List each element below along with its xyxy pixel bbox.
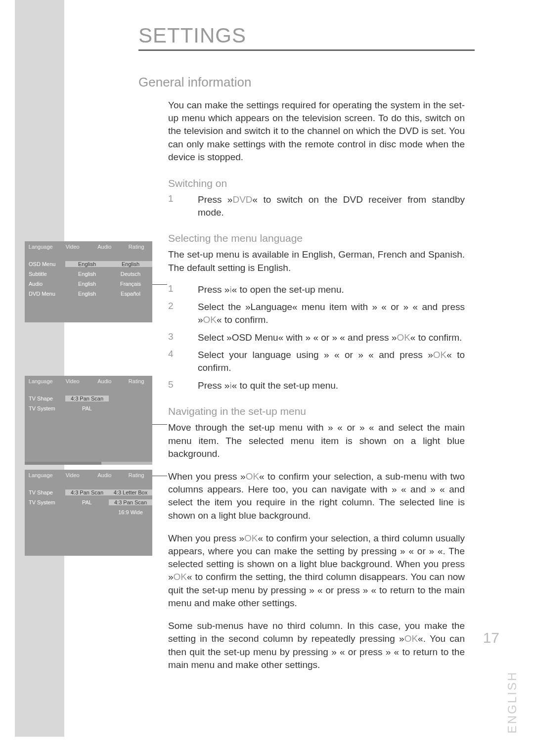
menulang-intro: The set-up menu is available in English,… [168,248,465,274]
subsection-menulang: Selecting the menu language [168,232,465,244]
t: « to confirm. [410,332,462,343]
key: DVD [232,194,252,205]
cell: English [65,291,109,297]
cell: DVD Menu [25,291,65,297]
tab: Rating [121,378,153,384]
tab: Language [25,244,57,250]
cell: PAL [65,405,109,411]
tab: Audio [89,244,121,250]
menulang-step-5: 5 Press »i« to quit the set-up menu. [168,379,465,392]
t: Press » [198,380,229,391]
cell: TV System [25,499,65,505]
panel-row: 16:9 Wide [25,507,152,517]
key: OK [433,350,446,360]
page-number: 17 [483,629,499,646]
osd-menu-panel-2: Language Video Audio Rating TV Shape 4:3… [25,376,152,462]
tab: Rating [121,472,153,478]
step-text: Select the »Language« menu item with » «… [198,301,465,326]
key: OK [203,314,217,325]
step-text: Press »i« to quit the set-up menu. [198,379,465,392]
panel-row: OSD Menu English English [25,259,152,269]
main-content: SETTINGS General information You can mak… [138,24,465,685]
t: « to open the set-up menu. [232,284,344,295]
cell-selected: English [109,261,152,267]
cell: OSD Menu [25,261,65,267]
cell: TV Shape [25,396,65,401]
panel-tabs: Language Video Audio Rating [25,470,152,481]
panel-row: TV Shape 4:3 Pan Scan 4:3 Letter Box [25,488,152,497]
cell: English [65,271,109,277]
cell-selected: 4:3 Pan Scan [65,396,109,401]
cell: TV System [25,405,65,411]
step-number: 1 [168,193,198,219]
nav-p1: Move through the set-up menu with » « or… [168,421,465,460]
key: OK [404,633,418,644]
step-text: Press »i« to open the set-up menu. [198,283,465,296]
t: « to confirm. [217,314,268,325]
leader-line [152,424,167,425]
t: When you press » [168,533,244,543]
t: When you press » [168,471,246,482]
scrollbar-thumb [25,462,101,465]
tab: Video [57,244,89,250]
left-margin-bar [15,0,64,737]
panel-scrollbar [25,462,152,465]
panel-body: OSD Menu English English Subtitle Englis… [25,252,152,306]
step-number: 5 [168,379,198,392]
t: Select your language using » « or » « an… [198,350,433,360]
cell: Subtitle [25,271,65,277]
t: « to quit the set-up menu. [232,380,338,391]
panel-row: TV System PAL [25,403,152,413]
key: OK [174,572,187,582]
cell: 16:9 Wide [109,509,152,515]
cell-selected: 4:3 Pan Scan [65,489,109,495]
cell: English [65,281,109,287]
menulang-step-3: 3 Select »OSD Menu« with » « or » « and … [168,331,465,344]
subsection-nav: Navigating in the set-up menu [168,405,465,417]
title-underline [138,49,475,51]
tab: Audio [89,472,121,478]
nav-p2: When you press »OK« to confirm your sele… [168,470,465,522]
step-number: 4 [168,349,198,374]
nav-p3: When you press »OK« to confirm your sele… [168,532,465,610]
panel-row: Subtitle English Deutsch [25,269,152,279]
step-number: 1 [168,283,198,296]
step-text: Select your language using » « or » « an… [198,349,465,374]
t: Press » [198,284,229,295]
t: Select »OSD Menu« with » « or » « and pr… [198,332,397,343]
step-text: Press »DVD« to switch on the DVD receive… [198,193,465,219]
key: OK [397,332,410,343]
cell: Deutsch [109,271,152,277]
tab: Rating [121,244,153,250]
tab: Language [25,472,57,478]
cell: Audio [25,281,65,287]
menulang-step-1: 1 Press »i« to open the set-up menu. [168,283,465,296]
t: Press » [198,194,232,205]
cell: Français [109,281,152,287]
panel-body: TV Shape 4:3 Pan Scan TV System PAL [25,387,152,420]
leader-line [152,476,167,476]
panel-body: TV Shape 4:3 Pan Scan 4:3 Letter Box TV … [25,481,152,524]
key: OK [244,533,258,543]
side-language-label: ENGLISH [505,671,519,733]
menulang-step-4: 4 Select your language using » « or » « … [168,349,465,374]
switching-step-1: 1 Press »DVD« to switch on the DVD recei… [168,193,465,219]
tab: Video [57,472,89,478]
tab: Video [57,378,89,384]
panel-row: Audio English Français [25,279,152,289]
step-text: Select »OSD Menu« with » « or » « and pr… [198,331,465,344]
general-intro: You can make the settings required for o… [168,99,465,164]
cell-selected: English [65,261,109,267]
cell: Español [109,291,152,297]
cell: PAL [65,499,109,505]
step-number: 3 [168,331,198,344]
cell-selected: 4:3 Pan Scan [109,499,152,505]
menulang-step-2: 2 Select the »Language« menu item with »… [168,301,465,326]
tab: Language [25,378,57,384]
panel-row: DVD Menu English Español [25,289,152,299]
nav-p4: Some sub-menus have no third column. In … [168,620,465,671]
panel-row: TV System PAL 4:3 Pan Scan [25,497,152,507]
subsection-switching: Switching on [168,178,465,189]
key: OK [246,471,259,482]
t: « to confirm the setting, the third colu… [168,572,465,608]
